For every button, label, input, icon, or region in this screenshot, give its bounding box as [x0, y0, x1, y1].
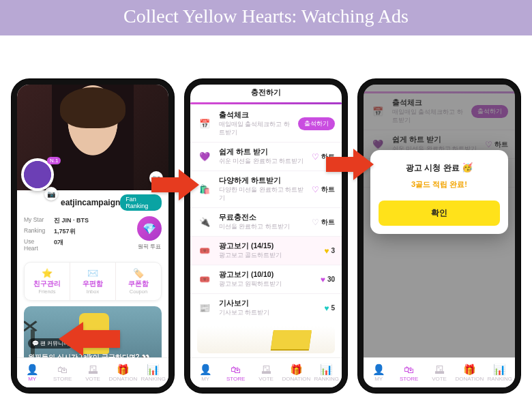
coupon-button[interactable]: 🏷️ 쿠폰함 Coupon	[115, 263, 161, 300]
mail-icon: ✉️	[72, 268, 114, 278]
person-icon: 👤	[26, 364, 39, 374]
tab-donation[interactable]: 🎁DONATION	[454, 358, 484, 387]
heart-icon: ♡	[312, 152, 319, 162]
inbox-label: 우편함	[72, 280, 114, 289]
mystar-label: My Star	[24, 216, 50, 225]
camera-avatar-icon[interactable]: 📷	[44, 187, 58, 201]
heart-icon: ♡	[312, 218, 319, 227]
heart-count: 하트	[321, 185, 335, 194]
store-item-subtitle: 미션을 완료하고 하트받기	[219, 223, 305, 231]
tab-store[interactable]: 🛍STORE	[220, 358, 250, 387]
tab-donation[interactable]: 🎁DONATION	[108, 358, 138, 387]
quick-actions-card: ⭐ 친구관리 Friends ✉️ 우편함 Inbox 🏷️ 쿠폰함 Coupo…	[24, 262, 162, 301]
store-item[interactable]: 🛍️다양하게 하트받기다양한 미션을 완료하고 하트받기♡하트	[190, 171, 342, 207]
tab-vote[interactable]: 🗳VOTE	[424, 358, 454, 387]
bag-icon: 🛍	[57, 364, 68, 374]
heart-count: 하트	[321, 152, 335, 162]
store-item-subtitle: 광고보고 골드하트받기	[219, 252, 317, 260]
screenshot-ad-complete-modal: 📅출석체크매일매일 출석체크하고 하트받기출석하기💜쉽게 하트 받기쉬운 미션을…	[358, 79, 520, 393]
vote-diamond-label: 원픽 투표	[137, 243, 162, 250]
store-item-title: 출석체크	[219, 110, 291, 120]
attendance-pill[interactable]: 출석하기	[298, 117, 335, 130]
heart-icon: ♥	[324, 304, 329, 313]
rank-medal-tag: N.1	[47, 157, 61, 164]
promo-banner[interactable]	[197, 326, 335, 353]
store-item-icon: 🛍️	[197, 182, 212, 197]
store-item-title: 광고보기 (10/10)	[219, 270, 314, 280]
party-icon: 🥳	[462, 162, 473, 173]
friends-button[interactable]: ⭐ 친구관리 Friends	[25, 263, 70, 300]
inbox-button[interactable]: ✉️ 우편함 Inbox	[70, 263, 115, 300]
ad-complete-modal: 광고 시청 완료 🥳 3골드 적립 완료! 확인	[370, 150, 508, 234]
store-item[interactable]: 🎟️광고보기 (14/15)광고보고 골드하트받기♥3	[190, 236, 342, 265]
store-header: 충전하기	[251, 87, 281, 98]
tab-ranking[interactable]: 📊RANKING	[312, 358, 342, 387]
store-item-icon: 💜	[197, 149, 212, 164]
person-icon: 👤	[199, 364, 212, 374]
tab-vote[interactable]: 🗳VOTE	[78, 358, 108, 387]
store-item[interactable]: 📰기사보기기사보고 하트받기♥5	[190, 293, 342, 322]
inbox-sub: Inbox	[72, 289, 114, 295]
username: eatjincampaign	[61, 198, 120, 207]
tab-store[interactable]: 🛍STORE	[394, 358, 424, 387]
store-item-icon: 📰	[197, 301, 212, 316]
store-item-subtitle: 다양한 미션을 완료하고 하트받기	[219, 186, 305, 203]
store-item[interactable]: 🔌무료충전소미션을 완료하고 하트받기♡하트	[190, 207, 342, 236]
ballot-icon: 🗳	[261, 364, 271, 374]
tag-icon: 🏷️	[117, 268, 160, 278]
store-item-subtitle: 쉬운 미션을 완료하고 하트받기	[219, 158, 305, 166]
tab-store[interactable]: 🛍STORE	[47, 358, 77, 387]
heart-count: 하트	[321, 218, 335, 227]
friends-label: 친구관리	[26, 280, 68, 289]
store-item-title: 쉽게 하트 받기	[219, 147, 305, 157]
store-item[interactable]: 📅출석체크매일매일 출석체크하고 하트받기출석하기	[190, 106, 342, 142]
store-item[interactable]: 🎟️광고보기 (10/10)광고보고 원픽하트받기♥30	[190, 265, 342, 293]
vote-diamond-button[interactable]: 💎	[137, 216, 162, 241]
ballot-icon: 🗳	[434, 364, 445, 374]
gift-icon: 🎁	[117, 364, 130, 374]
store-item-subtitle: 광고보고 원픽하트받기	[219, 280, 314, 289]
heart-icon: ♥	[321, 275, 325, 284]
coupon-label: 쿠폰함	[117, 280, 160, 289]
store-item-title: 무료충전소	[219, 213, 305, 222]
store-item-title: 기사보기	[219, 299, 317, 308]
page-title: Collect Yellow Hearts: Watching Ads	[0, 0, 532, 35]
tab-my[interactable]: 👤MY	[17, 358, 47, 387]
tab-my[interactable]: 👤MY	[190, 358, 220, 387]
tab-bar: 👤MY 🛍STORE 🗳VOTE 🎁DONATION 📊RANKING	[17, 357, 168, 387]
heart-icon: ♥	[324, 246, 329, 256]
mystar-value: 진 JIN · BTS	[54, 216, 89, 225]
tab-my[interactable]: 👤MY	[364, 358, 394, 387]
store-item-title: 광고보기 (14/15)	[219, 241, 317, 251]
heart-count: 5	[331, 304, 335, 312]
tab-ranking[interactable]: 📊RANKING	[138, 358, 168, 387]
screenshot-store-tab: 충전하기 📅출석체크매일매일 출석체크하고 하트받기출석하기💜쉽게 하트 받기쉬…	[185, 79, 347, 393]
star-icon: ⭐	[26, 268, 68, 278]
person-icon: 👤	[372, 364, 385, 374]
confirm-button[interactable]: 확인	[379, 201, 500, 226]
tab-donation[interactable]: 🎁DONATION	[281, 358, 311, 387]
useheart-value: 0개	[54, 238, 63, 252]
store-item-icon: 🎟️	[197, 272, 212, 287]
tab-ranking[interactable]: 📊RANKING	[485, 358, 515, 387]
screenshot-my-tab: 📷 N.1 📷 eatjincampaign Fan Ranking My St…	[12, 79, 174, 393]
store-item-title: 다양하게 하트받기	[219, 176, 305, 186]
store-item-icon: 🔌	[197, 215, 212, 230]
bag-icon: 🛍	[404, 364, 414, 374]
modal-title: 광고 시청 완료	[406, 163, 460, 173]
camera-hero-icon[interactable]: 📷	[149, 171, 163, 185]
heart-count: 30	[327, 276, 335, 283]
modal-scrim[interactable]	[364, 85, 515, 387]
store-item-icon: 📅	[197, 117, 212, 132]
tab-bar: 👤MY 🛍STORE 🗳VOTE 🎁DONATION 📊RANKING	[190, 357, 342, 387]
store-item-subtitle: 기사보고 하트받기	[219, 309, 317, 317]
bag-icon: 🛍	[231, 364, 241, 374]
fan-ranking-button[interactable]: Fan Ranking	[120, 194, 162, 211]
tab-bar: 👤MY 🛍STORE 🗳VOTE 🎁DONATION 📊RANKING	[364, 357, 515, 387]
ballot-icon: 🗳	[88, 364, 98, 374]
chart-icon: 📊	[147, 364, 160, 374]
store-item[interactable]: 💜쉽게 하트 받기쉬운 미션을 완료하고 하트받기♡하트	[190, 142, 342, 171]
tab-vote[interactable]: 🗳VOTE	[251, 358, 281, 387]
store-item-icon: 🎟️	[197, 243, 212, 258]
heart-icon: ♡	[312, 185, 319, 194]
